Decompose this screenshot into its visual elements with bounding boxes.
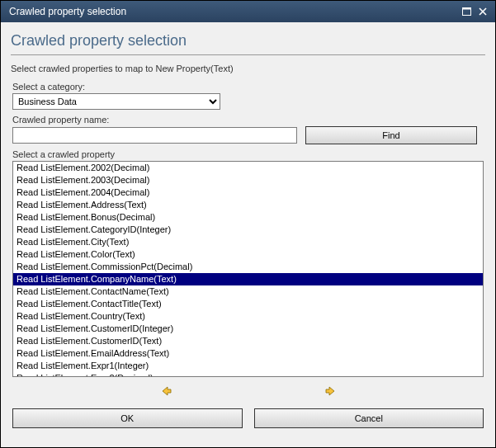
search-label: Crawled property name: xyxy=(12,115,484,125)
list-item[interactable]: Read ListElement.ContactTitle(Text) xyxy=(13,298,483,310)
svg-marker-5 xyxy=(326,387,334,395)
cancel-button[interactable]: Cancel xyxy=(254,408,484,428)
listbox-label: Select a crawled property xyxy=(12,149,484,159)
window-title: Crawled property selection xyxy=(9,6,457,17)
arrow-left-icon xyxy=(161,385,172,397)
list-item[interactable]: Read ListElement.Expr1(Integer) xyxy=(13,360,483,372)
property-listbox[interactable]: Read ListElement.2002(Decimal)Read ListE… xyxy=(12,161,484,377)
find-button[interactable]: Find xyxy=(305,126,477,144)
list-item[interactable]: Read ListElement.City(Text) xyxy=(13,236,483,248)
list-item[interactable]: Read ListElement.2004(Decimal) xyxy=(13,186,483,199)
list-item[interactable]: Read ListElement.Bonus(Decimal) xyxy=(13,211,483,224)
list-item[interactable]: Read ListElement.CompanyName(Text) xyxy=(13,273,483,285)
close-icon xyxy=(479,7,487,16)
close-button[interactable] xyxy=(475,5,490,18)
list-item[interactable]: Read ListElement.CategoryID(Integer) xyxy=(13,224,483,236)
list-item[interactable]: Read ListElement.2002(Decimal) xyxy=(13,162,483,174)
instruction-text: Select crawled properties to map to New … xyxy=(11,64,485,73)
page-title: Crawled property selection xyxy=(11,32,485,55)
list-item[interactable]: Read ListElement.Expr2(Decimal) xyxy=(13,372,483,376)
dialog-content: Crawled property selection Select crawle… xyxy=(1,22,495,447)
maximize-button[interactable] xyxy=(459,5,474,18)
prev-page-button[interactable] xyxy=(159,384,174,398)
list-item[interactable]: Read ListElement.Color(Text) xyxy=(13,248,483,261)
list-item[interactable]: Read ListElement.ContactName(Text) xyxy=(13,285,483,298)
category-label: Select a category: xyxy=(12,82,484,92)
list-item[interactable]: Read ListElement.CustomerID(Text) xyxy=(13,335,483,347)
property-name-input[interactable] xyxy=(12,127,297,144)
list-item[interactable]: Read ListElement.Address(Text) xyxy=(13,199,483,211)
list-item[interactable]: Read ListElement.CommissionPct(Decimal) xyxy=(13,261,483,273)
titlebar: Crawled property selection xyxy=(1,1,495,22)
list-item[interactable]: Read ListElement.Country(Text) xyxy=(13,310,483,323)
svg-marker-4 xyxy=(163,387,171,395)
ok-button[interactable]: OK xyxy=(12,408,243,428)
list-item[interactable]: Read ListElement.2003(Decimal) xyxy=(13,174,483,186)
next-page-button[interactable] xyxy=(323,384,338,398)
category-dropdown[interactable]: Business Data xyxy=(12,93,220,110)
list-item[interactable]: Read ListElement.CustomerID(Integer) xyxy=(13,323,483,335)
svg-rect-1 xyxy=(462,8,470,10)
list-item[interactable]: Read ListElement.EmailAddress(Text) xyxy=(13,347,483,360)
arrow-right-icon xyxy=(324,385,336,397)
maximize-icon xyxy=(462,7,471,16)
